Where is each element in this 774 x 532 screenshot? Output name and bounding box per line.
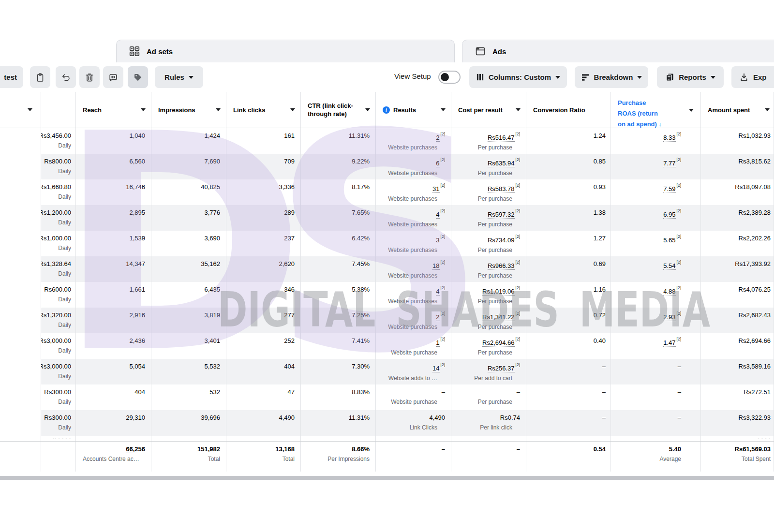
cell-reach: 1,539 [76, 231, 151, 256]
cell-cost-per-result: Rs734.09[2] Per purchase [451, 231, 526, 256]
cell-cost-per-result: – Per purchase [451, 384, 526, 410]
cell-budget: Rs600.00Daily [41, 282, 76, 308]
reports-button[interactable]: Reports [657, 66, 724, 88]
table-row[interactable]: Rs3,000.00Daily 2,436 3,401 252 7.41% 1[… [0, 333, 774, 359]
tag-button[interactable] [128, 66, 148, 88]
chevron-down-icon[interactable] [765, 108, 770, 111]
cell-link-clicks: 289 [226, 205, 301, 231]
cell-cost-per-result: Rs2,694.66[2] Per purchase [451, 333, 526, 359]
table-row[interactable]: Rs300.00Daily 29,310 39,696 4,490 11.31%… [0, 410, 774, 436]
undo-icon [61, 73, 71, 82]
tab-ad-sets[interactable]: Ad sets [116, 40, 455, 62]
breakdown-label: Breakdown [594, 73, 633, 81]
duplicate-button[interactable] [30, 66, 50, 88]
chevron-down-icon[interactable] [216, 108, 221, 111]
delete-button[interactable] [79, 66, 100, 88]
table-row[interactable]: Rs1,660.80Daily 16,746 40,825 3,336 8.17… [0, 179, 774, 205]
chevron-down-icon[interactable] [689, 109, 694, 112]
cell-conversion-ratio: 1.16 [526, 282, 611, 308]
rules-button[interactable]: Rules [155, 66, 203, 88]
cell-amount-spent: Rs2,694.66 [701, 333, 774, 359]
chevron-down-icon[interactable] [290, 108, 295, 111]
cell-cost-per-result: Rs256.37[2] Per add to cart [451, 359, 526, 384]
table-row[interactable]: Rs1,200.00Daily 2,895 3,776 289 7.65% 4[… [0, 205, 774, 231]
chevron-down-icon [711, 76, 715, 79]
table-header-row: Reach Impressions Link clicks CTR (link … [0, 92, 774, 128]
chevron-down-icon[interactable] [441, 108, 446, 111]
clipped-row[interactable]: - - - - -- - - - - [0, 436, 774, 442]
breakdown-button[interactable]: Breakdown [575, 66, 648, 88]
cell-purchase-roas: 2.93[2] [611, 308, 701, 333]
table-row[interactable]: Rs600.00Daily 1,661 6,435 346 5.38% 4[2]… [0, 282, 774, 308]
cell-results: 6[2] Website purchases [376, 154, 451, 179]
cell-ctr: 11.31% [301, 410, 376, 436]
chevron-down-icon[interactable] [28, 108, 32, 111]
chevron-down-icon [555, 76, 560, 79]
edit-sync-button[interactable] [103, 66, 123, 88]
columns-icon [476, 73, 484, 81]
header-results[interactable]: Results [376, 92, 451, 128]
chevron-down-icon[interactable] [516, 108, 521, 111]
chevron-down-icon[interactable] [141, 108, 146, 111]
cell-reach: 2,895 [76, 205, 151, 231]
cell-reach: 1,661 [76, 282, 151, 308]
header-purchase-roas[interactable]: Purchase ROAS (return on ad spend) ↓ [611, 92, 701, 128]
cell-reach: 2,436 [76, 333, 151, 359]
cell-impressions: 40,825 [151, 179, 226, 205]
header-ctr[interactable]: CTR (link click-through rate) [301, 92, 376, 128]
cell-results: 14[2] Website adds to … [376, 359, 451, 384]
cell-budget: Rs300.00Daily [41, 410, 76, 436]
cell-link-clicks: 346 [226, 282, 301, 308]
cell-reach: 6,560 [76, 154, 151, 179]
chevron-down-icon[interactable] [365, 108, 370, 111]
ab-test-button[interactable]: test [0, 66, 23, 88]
header-reach[interactable]: Reach [76, 92, 151, 128]
cell-impressions: 532 [151, 384, 226, 410]
header-amount-spent[interactable]: Amount spent [701, 92, 774, 128]
export-button[interactable]: Exp [731, 66, 774, 88]
table-row[interactable]: Rs1,000.00Daily 1,539 3,690 237 6.42% 3[… [0, 231, 774, 256]
cell-select [0, 359, 41, 384]
reports-icon [665, 73, 674, 82]
totals-cost: – [451, 442, 526, 472]
header-conversion-ratio[interactable]: Conversion Ratio [526, 92, 611, 128]
info-icon[interactable] [383, 106, 390, 114]
header-budget[interactable] [41, 92, 76, 128]
table-row[interactable]: Rs300.00Daily 404 532 47 8.83% – Website… [0, 384, 774, 410]
cell-purchase-roas: – [611, 359, 701, 384]
table-row[interactable]: Rs1,320.00Daily 2,916 3,819 277 7.25% 2[… [0, 308, 774, 333]
undo-button[interactable] [56, 66, 76, 88]
header-impressions[interactable]: Impressions [151, 92, 226, 128]
header-link-clicks[interactable]: Link clicks [226, 92, 301, 128]
chevron-down-icon [637, 76, 642, 79]
totals-ctr: 8.66%Per Impressions [301, 442, 376, 472]
cell-impressions: 39,696 [151, 410, 226, 436]
cell-conversion-ratio: 0.72 [526, 308, 611, 333]
cell-purchase-roas: – [611, 384, 701, 410]
cell-ctr: 7.65% [301, 205, 376, 231]
cell-reach: 14,347 [76, 256, 151, 282]
cell-results: 3[2] Website purchases [376, 231, 451, 256]
table-row[interactable]: Rs1,328.64Daily 14,347 35,162 2,620 7.45… [0, 256, 774, 282]
totals-reach: 66,256 Accounts Centre ac… [76, 442, 151, 472]
table-row[interactable]: Rs3,456.00Daily 1,040 1,424 161 11.31% 2… [0, 128, 774, 154]
header-cost-per-result[interactable]: Cost per result [451, 92, 526, 128]
cell-link-clicks: 252 [226, 333, 301, 359]
cell-ctr: 7.45% [301, 256, 376, 282]
horizontal-scrollbar[interactable] [0, 476, 774, 480]
table-row[interactable]: Rs3,000.00Daily 5,054 5,532 404 7.30% 14… [0, 359, 774, 384]
cell-reach: 16,746 [76, 179, 151, 205]
cell-reach: 404 [76, 384, 151, 410]
cell-ctr: 8.17% [301, 179, 376, 205]
cell-budget: Rs1,320.00Daily [41, 308, 76, 333]
cell-conversion-ratio: 1.24 [526, 128, 611, 154]
cell-purchase-roas: 4.88[2] [611, 282, 701, 308]
tab-ads[interactable]: Ads [462, 40, 774, 62]
header-name-column[interactable] [0, 92, 41, 128]
view-setup-toggle[interactable] [438, 71, 461, 84]
cell-amount-spent: Rs272.51 [701, 384, 774, 410]
table-row[interactable]: Rs800.00Daily 6,560 7,690 709 9.22% 6[2]… [0, 154, 774, 179]
columns-button[interactable]: Columns: Custom [469, 66, 567, 88]
cell-impressions: 3,819 [151, 308, 226, 333]
cell-select [0, 282, 41, 308]
